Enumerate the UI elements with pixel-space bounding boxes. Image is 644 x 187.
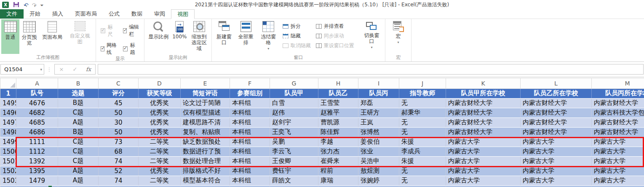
cell[interactable]: 参赛组别 (230, 88, 270, 98)
unhide-button[interactable]: 取消隐藏 (283, 42, 311, 49)
cell[interactable]: 王雪莹 (318, 98, 358, 108)
cancel-icon[interactable]: × (55, 66, 68, 72)
cell[interactable]: 排版格式不好 (181, 166, 230, 176)
qat-customize-icon[interactable]: 🞃 (40, 2, 44, 8)
cell[interactable]: 1395 (16, 166, 58, 176)
cell[interactable]: 内蒙古大学 (521, 166, 592, 176)
normal-view-button[interactable]: 普通 (1, 19, 19, 54)
cell[interactable]: 程前 (318, 166, 358, 176)
cell[interactable]: 二等奖 (139, 156, 181, 166)
reset-window-position-button[interactable]: 重设窗口位置 (316, 42, 355, 49)
cell[interactable] (446, 185, 521, 187)
column-header-B[interactable]: B (58, 78, 99, 88)
cell[interactable]: 本科组 (230, 118, 270, 127)
cell[interactable]: 内蒙古大学 (592, 147, 644, 156)
cell[interactable]: 赵伟 (270, 108, 318, 118)
cell[interactable]: 陈佳辉 (318, 127, 358, 137)
cell[interactable]: 内蒙古财经大学 (446, 118, 521, 127)
cell[interactable] (592, 185, 644, 187)
cell[interactable]: 4676 (16, 98, 58, 108)
cell[interactable]: 论文过于简陋 (181, 98, 230, 108)
cell[interactable]: 1392 (16, 156, 58, 166)
save-icon[interactable] (13, 2, 19, 7)
cell[interactable]: A题 (58, 176, 99, 185)
zoom-to-selection-button[interactable]: 缩放到选定区域 (188, 19, 210, 54)
cell[interactable] (358, 185, 399, 187)
cell[interactable]: 二等奖 (139, 147, 181, 156)
cell[interactable] (270, 185, 318, 187)
undo-button[interactable]: ↶▾ (24, 1, 27, 9)
select-all-corner[interactable] (0, 78, 16, 88)
cell[interactable]: 本科组 (230, 156, 270, 166)
column-header-M[interactable]: M (592, 78, 644, 88)
cell[interactable]: 无 (399, 176, 446, 185)
column-header-C[interactable]: C (99, 78, 139, 88)
cell[interactable]: 崔舜来 (318, 156, 358, 166)
tab-审阅[interactable]: 审阅 (148, 9, 171, 19)
cell[interactable]: 指导教师 (399, 88, 446, 98)
cell[interactable]: 内蒙古财经大学 (592, 127, 644, 137)
macros-button[interactable]: 宏 ▾ (388, 19, 409, 54)
cell[interactable]: 二等奖 (139, 176, 181, 185)
cell[interactable]: 内蒙古财经大学 (446, 98, 521, 108)
cell[interactable]: 本科组 (230, 137, 270, 147)
cell[interactable]: 本科组 (230, 127, 270, 137)
cell[interactable]: 李云飞 (270, 147, 318, 156)
cell[interactable]: 73 (99, 137, 139, 147)
cell[interactable]: 本科组 (230, 166, 270, 176)
cell[interactable]: 30 (99, 118, 139, 127)
redo-button[interactable]: ↷▾ (32, 1, 36, 9)
insert-function-icon[interactable]: fx (82, 66, 95, 72)
cell[interactable]: 内蒙古大学 (592, 156, 644, 166)
switch-windows-button[interactable]: 切换窗口 ▾ (360, 19, 384, 54)
cell[interactable]: 薛皓文 (270, 176, 318, 185)
cell[interactable]: 内蒙古大学 (592, 176, 644, 185)
cell[interactable]: 王俊卿 (270, 156, 318, 166)
cell[interactable]: 本科组 (230, 147, 270, 156)
row-header-1496[interactable]: 1496 (0, 108, 16, 118)
cell[interactable] (230, 185, 270, 187)
cell[interactable]: A题 (58, 166, 99, 176)
cell[interactable]: 李成兵 (399, 147, 446, 156)
cell[interactable]: 内蒙古财经大学 (446, 108, 521, 118)
cell[interactable]: 内蒙古大学 (592, 137, 644, 147)
cell[interactable]: 无 (399, 98, 446, 108)
formula-bar-checkbox[interactable]: 编辑栏 (123, 24, 139, 38)
name-box[interactable]: Q1504 ▾ (0, 64, 44, 75)
cell[interactable]: 张业 (358, 147, 399, 156)
cell[interactable]: C题 (58, 156, 99, 166)
cell[interactable]: 简短评语 (181, 88, 230, 98)
cell[interactable]: 吴鹏 (270, 137, 318, 147)
cell[interactable]: 52 (99, 166, 139, 176)
cell[interactable]: 白雪 (270, 98, 318, 108)
tab-公式[interactable]: 公式 (103, 9, 126, 19)
tab-视图[interactable]: 视图 (171, 9, 195, 19)
synchronous-scrolling-button[interactable]: 同步滚动 (316, 32, 355, 40)
cell[interactable]: 内蒙古大学 (446, 176, 521, 185)
cell[interactable]: 68 (99, 147, 139, 156)
cell[interactable]: 45 (99, 98, 139, 108)
cell[interactable]: 评分 (99, 88, 139, 98)
cell[interactable]: 获奖等级 (139, 88, 181, 98)
cell[interactable]: 4685 (16, 118, 58, 127)
cell[interactable]: 队员乙所在学校 (521, 88, 592, 98)
cell[interactable] (181, 185, 230, 187)
cell[interactable] (139, 185, 181, 187)
column-header-E[interactable]: E (181, 78, 230, 88)
split-button[interactable]: 拆分 (283, 23, 311, 30)
column-header-I[interactable]: I (358, 78, 399, 88)
ruler-checkbox[interactable]: 标尺 (101, 24, 117, 38)
cell[interactable]: C题 (58, 108, 99, 118)
cell[interactable]: 无 (399, 166, 446, 176)
new-window-button[interactable]: 新建窗口 (213, 19, 235, 54)
cell[interactable]: 内蒙古财经大学 (592, 98, 644, 108)
view-side-by-side-button[interactable]: 并排查看 (316, 23, 355, 30)
cell[interactable]: 50 (99, 127, 139, 137)
column-header-D[interactable]: D (139, 78, 181, 88)
row-header-1495[interactable]: 1495 (0, 98, 16, 108)
cell[interactable]: 王岚 (358, 118, 399, 127)
tab-file[interactable]: 文件 (0, 9, 24, 19)
cell[interactable]: 内蒙古大学 (446, 147, 521, 156)
cell[interactable]: 队员丙所在学校 (592, 88, 644, 98)
column-header-A[interactable]: A (16, 78, 58, 88)
